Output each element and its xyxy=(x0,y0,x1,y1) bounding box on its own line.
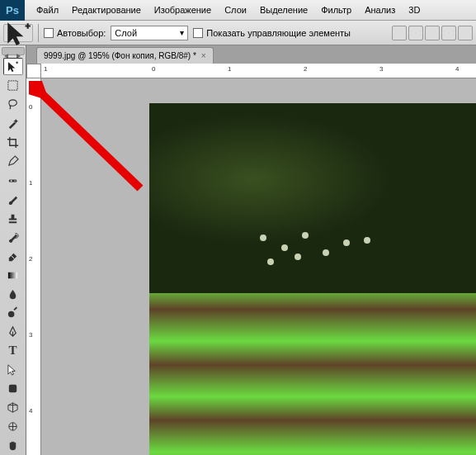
transform-option[interactable]: Показать управляющие элементы xyxy=(193,28,351,38)
tab-bar: 9999.jpg @ 195% (Фон копия, RGB/8#) * × xyxy=(26,45,476,64)
image-content xyxy=(247,230,385,278)
workspace: T 9999.jpg @ 195% (Фон копия, RGB/8#) * … xyxy=(0,45,476,455)
menu-edit[interactable]: Редактирование xyxy=(65,0,148,20)
align-top[interactable] xyxy=(392,26,407,40)
tool-preset[interactable] xyxy=(3,24,33,42)
align-group xyxy=(392,26,473,40)
ruler-tick: 1 xyxy=(228,65,231,73)
ruler-tick: 0 xyxy=(29,103,32,111)
brush-tool[interactable] xyxy=(3,191,23,208)
eyedropper-tool[interactable] xyxy=(3,153,23,170)
hand-tool[interactable] xyxy=(3,437,23,454)
divider xyxy=(38,24,39,42)
document-image xyxy=(149,103,476,455)
align-bottom[interactable] xyxy=(425,26,440,40)
pen-tool[interactable] xyxy=(3,323,23,340)
vertical-ruler[interactable]: 0 1 2 3 4 xyxy=(26,78,41,455)
svg-point-3 xyxy=(8,311,15,318)
type-tool[interactable]: T xyxy=(3,342,23,359)
heal-tool[interactable] xyxy=(3,172,23,189)
ruler-tick: 2 xyxy=(304,65,307,73)
path-tool[interactable] xyxy=(3,361,23,378)
ruler-tick: 3 xyxy=(29,331,32,339)
menu-analysis[interactable]: Анализ xyxy=(358,0,402,20)
options-bar: Автовыбор: Слой Показать управляющие эле… xyxy=(0,21,476,45)
wand-tool[interactable] xyxy=(3,115,23,132)
dodge-tool[interactable] xyxy=(3,304,23,321)
lasso-tool[interactable] xyxy=(3,96,23,113)
ruler-tick: 3 xyxy=(379,65,383,73)
autoselect-option[interactable]: Автовыбор: xyxy=(44,28,106,38)
shape-tool[interactable] xyxy=(3,380,23,397)
gradient-tool[interactable] xyxy=(3,267,23,284)
align-left[interactable] xyxy=(441,26,456,40)
transform-label: Показать управляющие элементы xyxy=(206,28,351,38)
menu-layer[interactable]: Слои xyxy=(218,0,253,20)
ruler-tick: 1 xyxy=(29,179,32,187)
marquee-tool[interactable] xyxy=(3,77,23,94)
menu-3d[interactable]: 3D xyxy=(402,0,427,20)
panel-handle[interactable] xyxy=(2,47,25,55)
ruler-tick: 4 xyxy=(29,407,32,415)
canvas[interactable] xyxy=(41,78,476,455)
3d-camera-tool[interactable] xyxy=(3,418,23,435)
svg-rect-5 xyxy=(9,385,16,392)
app-logo: Ps xyxy=(0,0,25,21)
horizontal-ruler[interactable]: 1 0 1 2 3 4 xyxy=(41,64,476,78)
autoselect-dropdown[interactable]: Слой xyxy=(111,26,188,40)
svg-rect-2 xyxy=(8,272,17,278)
autoselect-label: Автовыбор: xyxy=(57,28,106,38)
document-area: 9999.jpg @ 195% (Фон копия, RGB/8#) * × … xyxy=(26,45,476,455)
eraser-tool[interactable] xyxy=(3,248,23,265)
ruler-tick: 0 xyxy=(152,65,155,73)
svg-rect-4 xyxy=(13,307,17,311)
tools-panel: T xyxy=(0,45,26,455)
ruler-tick: 1 xyxy=(44,65,47,73)
menu-filter[interactable]: Фильтр xyxy=(314,0,358,20)
tab-title: 9999.jpg @ 195% (Фон копия, RGB/8#) * xyxy=(44,51,196,60)
move-tool[interactable] xyxy=(3,58,23,75)
3d-tool[interactable] xyxy=(3,399,23,416)
align-hcenter[interactable] xyxy=(458,26,473,40)
stamp-tool[interactable] xyxy=(3,210,23,227)
blur-tool[interactable] xyxy=(3,286,23,303)
menu-image[interactable]: Изображение xyxy=(148,0,218,20)
crop-tool[interactable] xyxy=(3,134,23,151)
transform-checkbox[interactable] xyxy=(193,28,203,38)
autoselect-value: Слой xyxy=(115,28,137,38)
menu-bar: Ps Файл Редактирование Изображение Слои … xyxy=(0,0,476,21)
menu-file[interactable]: Файл xyxy=(30,0,65,20)
ruler-tick: 2 xyxy=(29,255,32,263)
svg-rect-0 xyxy=(8,81,17,90)
ruler-origin[interactable] xyxy=(26,64,41,78)
align-vcenter[interactable] xyxy=(408,26,423,40)
menu-select[interactable]: Выделение xyxy=(253,0,314,20)
history-brush-tool[interactable] xyxy=(3,229,23,246)
tab-close-icon[interactable]: × xyxy=(201,51,206,60)
autoselect-checkbox[interactable] xyxy=(44,28,54,38)
ruler-tick: 4 xyxy=(455,65,459,73)
document-tab[interactable]: 9999.jpg @ 195% (Фон копия, RGB/8#) * × xyxy=(36,47,214,64)
